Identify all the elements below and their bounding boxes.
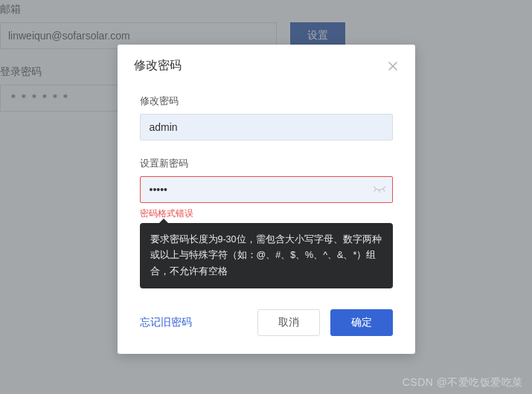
modal-overlay: 修改密码 修改密码 设置新密码	[0, 0, 532, 394]
svg-line-0	[374, 190, 376, 191]
svg-line-2	[383, 190, 385, 191]
watermark: CSDN @不爱吃饭爱吃菜	[403, 376, 523, 390]
dialog-body: 修改密码 设置新密码 密码格式错误 要求密码长度为9-30位，需包含大小写字母、…	[118, 84, 415, 296]
old-password-wrap	[140, 114, 393, 141]
dialog-title: 修改密码	[134, 58, 182, 74]
password-error-text: 密码格式错误	[140, 207, 393, 220]
password-rule-tooltip: 要求密码长度为9-30位，需包含大小写字母、数字两种或以上与特殊字符（如：@、#…	[140, 223, 393, 288]
new-password-input[interactable]	[140, 176, 393, 203]
new-password-wrap	[140, 176, 393, 203]
change-password-dialog: 修改密码 修改密码 设置新密码	[118, 45, 415, 354]
dialog-footer: 忘记旧密码 取消 确定	[118, 296, 415, 354]
close-icon[interactable]	[387, 60, 399, 72]
new-password-label: 设置新密码	[140, 157, 393, 170]
dialog-header: 修改密码	[118, 45, 415, 84]
eye-closed-icon[interactable]	[373, 184, 386, 195]
ok-button[interactable]: 确定	[330, 309, 393, 336]
cancel-button[interactable]: 取消	[257, 309, 320, 336]
old-password-label: 修改密码	[140, 94, 393, 108]
forgot-old-password-link[interactable]: 忘记旧密码	[140, 316, 247, 329]
old-password-input[interactable]	[140, 114, 393, 141]
